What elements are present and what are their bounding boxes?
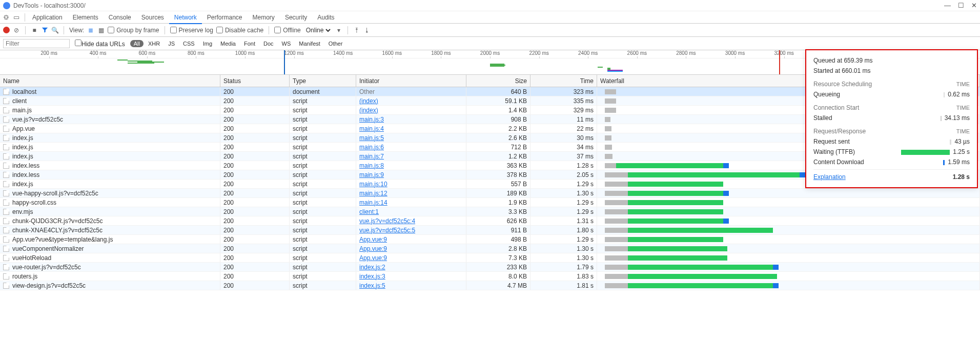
request-status: 200 [220, 143, 290, 151]
close-icon[interactable]: ✕ [971, 2, 977, 9]
filter-chip-xhr[interactable]: XHR [145, 40, 164, 47]
tab-network[interactable]: Network [169, 12, 202, 24]
initiator-link[interactable]: main.js:14 [359, 199, 387, 206]
col-type[interactable]: Type [290, 75, 356, 87]
col-initiator[interactable]: Initiator [356, 75, 466, 87]
request-type: script [290, 198, 356, 207]
table-row[interactable]: env.mjs200scriptclient:13.3 KB1.29 s [0, 207, 980, 216]
group-by-frame-checkbox[interactable]: Group by frame [108, 27, 159, 34]
request-time: 323 ms [530, 87, 597, 96]
initiator-link[interactable]: vue.js?v=dcf52c5c:5 [359, 227, 415, 234]
filter-chip-js[interactable]: JS [165, 40, 178, 47]
throttling-select[interactable]: Online [304, 26, 332, 34]
initiator-link[interactable]: main.js:5 [359, 134, 384, 142]
table-row[interactable]: routers.js200scriptindex.js:38.0 KB1.83 … [0, 272, 980, 281]
table-row[interactable]: vue-happy-scroll.js?v=dcf52c5c200scriptm… [0, 189, 980, 198]
table-row[interactable]: view-design.js?v=dcf52c5c200scriptindex.… [0, 281, 980, 290]
filter-chip-img[interactable]: Img [199, 40, 216, 47]
initiator-link[interactable]: main.js:12 [359, 190, 387, 197]
tab-sources[interactable]: Sources [136, 12, 169, 23]
filter-chip-all[interactable]: All [130, 40, 144, 47]
initiator-link[interactable]: vue.js?v=dcf52c5c:4 [359, 217, 415, 225]
ruler-tick: 200 ms [40, 50, 57, 56]
filter-chip-doc[interactable]: Doc [260, 40, 277, 47]
initiator-link[interactable]: index.js:3 [359, 273, 385, 280]
table-row[interactable]: vueHotReload200scriptApp.vue:97.3 KB1.30… [0, 253, 980, 263]
network-filter-bar: Hide data URLs AllXHRJSCSSImgMediaFontDo… [0, 37, 980, 50]
initiator-link[interactable]: main.js:7 [359, 153, 384, 160]
initiator-link[interactable]: main.js:9 [359, 171, 384, 178]
initiator-link[interactable]: index.js:2 [359, 264, 385, 271]
initiator-link[interactable]: main.js:6 [359, 144, 384, 151]
filter-toggle-icon[interactable] [41, 27, 48, 34]
minimize-icon[interactable]: — [944, 2, 951, 9]
chevron-down-icon[interactable]: ▾ [335, 27, 342, 34]
filter-chip-manifest[interactable]: Manifest [295, 40, 324, 47]
clear-icon[interactable]: ⊘ [13, 27, 20, 34]
initiator-link[interactable]: main.js:8 [359, 162, 384, 169]
request-size: 1.9 KB [466, 198, 530, 207]
tab-performance[interactable]: Performance [202, 12, 248, 23]
tab-application[interactable]: Application [27, 12, 68, 23]
device-toggle-icon[interactable]: ▭ [12, 13, 21, 22]
col-size[interactable]: Size [466, 75, 530, 87]
initiator-link[interactable]: App.vue:9 [359, 254, 387, 262]
initiator-link[interactable]: App.vue:9 [359, 236, 387, 243]
tab-console[interactable]: Console [104, 12, 136, 23]
waterfall-cell [597, 263, 980, 271]
file-icon [3, 98, 9, 104]
tab-memory[interactable]: Memory [248, 12, 280, 23]
table-row[interactable]: vueComponentNormalizer200scriptApp.vue:9… [0, 244, 980, 253]
request-name: client [12, 97, 27, 105]
filter-chip-media[interactable]: Media [217, 40, 239, 47]
search-icon[interactable]: 🔍 [51, 27, 58, 34]
filter-chip-other[interactable]: Other [325, 40, 346, 47]
initiator-link[interactable]: client:1 [359, 208, 379, 215]
initiator-link[interactable]: (index) [359, 107, 378, 114]
initiator-link[interactable]: App.vue:9 [359, 245, 387, 252]
col-time[interactable]: Time [530, 75, 597, 87]
initiator-link[interactable]: main.js:3 [359, 116, 384, 123]
request-type: script [290, 124, 356, 133]
record-button[interactable] [3, 27, 10, 33]
request-size: 498 B [466, 235, 530, 244]
view-grid-icon[interactable]: ▦ [97, 27, 105, 34]
tab-elements[interactable]: Elements [68, 12, 104, 23]
initiator-link[interactable]: main.js:4 [359, 125, 384, 132]
filter-chip-ws[interactable]: WS [278, 40, 295, 47]
request-name: vue-router.js?v=dcf52c5c [12, 264, 81, 271]
waterfall-cell [597, 281, 980, 290]
request-type: script [290, 106, 356, 114]
initiator-link[interactable]: index.js:5 [359, 282, 385, 289]
inspect-icon[interactable]: ⯐ [2, 13, 10, 22]
import-har-icon[interactable]: ⭱ [353, 27, 360, 34]
filter-input[interactable] [3, 39, 70, 48]
table-row[interactable]: chunk-QIJDG3CR.js?v=dcf52c5c200scriptvue… [0, 216, 980, 226]
filter-chip-font[interactable]: Font [240, 40, 259, 47]
view-list-icon[interactable]: ≣ [87, 27, 94, 34]
explanation-link[interactable]: Explanation [813, 173, 846, 181]
table-row[interactable]: vue-router.js?v=dcf52c5c200scriptindex.j… [0, 263, 980, 272]
request-type: script [290, 281, 356, 290]
tab-audits[interactable]: Audits [312, 12, 339, 23]
table-row[interactable]: App.vue?vue&type=template&lang.js200scri… [0, 235, 980, 244]
preserve-log-checkbox[interactable]: Preserve log [170, 27, 213, 34]
ruler-tick: 1000 ms [235, 50, 255, 56]
col-name[interactable]: Name [0, 75, 220, 87]
table-row[interactable]: chunk-XNAE4CLY.js?v=dcf52c5c200scriptvue… [0, 226, 980, 235]
offline-checkbox[interactable]: Offline [274, 27, 300, 34]
disable-cache-checkbox[interactable]: Disable cache [216, 27, 263, 34]
filter-chip-css[interactable]: CSS [179, 40, 198, 47]
camera-icon[interactable]: ■ [31, 27, 38, 34]
ruler-tick: 1600 ms [382, 50, 402, 56]
initiator-link[interactable]: (index) [359, 97, 378, 105]
tab-security[interactable]: Security [280, 12, 312, 23]
export-har-icon[interactable]: ⭳ [363, 27, 371, 34]
maximize-icon[interactable]: ☐ [958, 2, 964, 9]
request-name: vue.js?v=dcf52c5c [12, 116, 63, 123]
col-status[interactable]: Status [220, 75, 290, 87]
hide-data-urls-checkbox[interactable]: Hide data URLs [75, 39, 125, 48]
initiator-link[interactable]: main.js:10 [359, 181, 387, 188]
table-row[interactable]: happy-scroll.css200scriptmain.js:141.9 K… [0, 198, 980, 207]
timing-tooltip: Queued at 659.39 ms Started at 660.01 ms… [805, 49, 978, 188]
